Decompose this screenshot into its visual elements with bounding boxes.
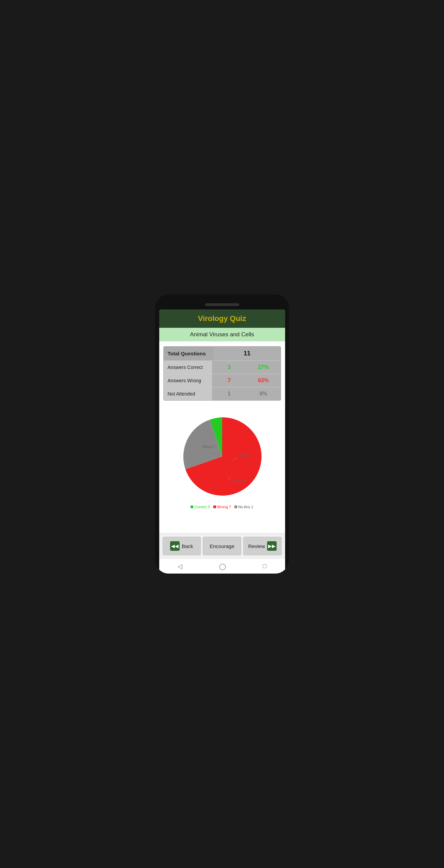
- correct-pct: 27%: [246, 361, 281, 374]
- not-attended-value: 1: [212, 387, 246, 400]
- correct-label: Answers Correct: [164, 361, 212, 373]
- svg-text:Wrong 7: Wrong 7: [202, 445, 215, 449]
- legend-noans: No Ans 1: [234, 505, 253, 509]
- back-label: Back: [182, 543, 193, 549]
- encourage-button[interactable]: Encourage: [203, 537, 241, 555]
- recents-nav-icon[interactable]: □: [263, 563, 266, 570]
- wrong-value: 7: [212, 374, 246, 387]
- wrong-label: Answers Wrong: [164, 374, 212, 387]
- notch: [205, 303, 239, 306]
- encourage-label: Encourage: [210, 543, 234, 549]
- wrong-dot: [213, 505, 216, 508]
- status-bar: [155, 301, 289, 308]
- stats-table: Total Questions 11 Answers Correct 3 27%…: [163, 346, 281, 401]
- svg-text:No Ans 1: No Ans 1: [239, 453, 252, 457]
- review-label: Review: [248, 543, 265, 549]
- total-value: 11: [214, 347, 280, 360]
- legend-correct-label: Correct 3: [194, 505, 210, 509]
- back-icon: ◀◀: [170, 541, 180, 551]
- bottom-buttons: ◀◀ Back Encourage Review ▶▶: [159, 533, 285, 559]
- not-attended-label: Not Attended: [164, 388, 212, 400]
- chart-container: Wrong 7 No Ans 1 Correct 3 Correct 3 Wro…: [159, 405, 285, 533]
- noans-dot: [234, 505, 237, 508]
- correct-dot: [191, 505, 193, 508]
- home-nav-icon[interactable]: ◯: [219, 563, 226, 570]
- correct-row: Answers Correct 3 27%: [164, 361, 281, 374]
- back-button[interactable]: ◀◀ Back: [163, 537, 201, 555]
- pie-chart: Wrong 7 No Ans 1 Correct 3: [178, 412, 266, 501]
- total-label: Total Questions: [164, 347, 214, 360]
- wrong-pct: 63%: [246, 374, 281, 387]
- not-attended-pct: 9%: [246, 387, 281, 400]
- legend-wrong: Wrong 7: [213, 505, 231, 509]
- back-nav-icon[interactable]: ◁: [178, 563, 182, 570]
- total-row: Total Questions 11: [164, 347, 281, 361]
- correct-value: 3: [212, 361, 246, 374]
- legend-noans-label: No Ans 1: [238, 505, 253, 509]
- nav-bar: ◁ ◯ □: [159, 559, 285, 574]
- legend-wrong-label: Wrong 7: [217, 505, 231, 509]
- chart-legend: Correct 3 Wrong 7 No Ans 1: [191, 505, 253, 509]
- legend-correct: Correct 3: [191, 505, 210, 509]
- screen: Virology Quiz Animal Viruses and Cells T…: [159, 309, 285, 574]
- not-attended-row: Not Attended 1 9%: [164, 387, 281, 400]
- subtitle-text: Animal Viruses and Cells: [159, 331, 285, 338]
- svg-text:Correct 3: Correct 3: [232, 479, 246, 483]
- app-header: Virology Quiz: [159, 309, 285, 328]
- subtitle-bar: Animal Viruses and Cells: [159, 328, 285, 341]
- wrong-row: Answers Wrong 7 63%: [164, 374, 281, 387]
- app-title: Virology Quiz: [159, 314, 285, 323]
- phone-frame: Virology Quiz Animal Viruses and Cells T…: [155, 294, 289, 574]
- review-icon: ▶▶: [267, 541, 277, 551]
- review-button[interactable]: Review ▶▶: [243, 537, 282, 555]
